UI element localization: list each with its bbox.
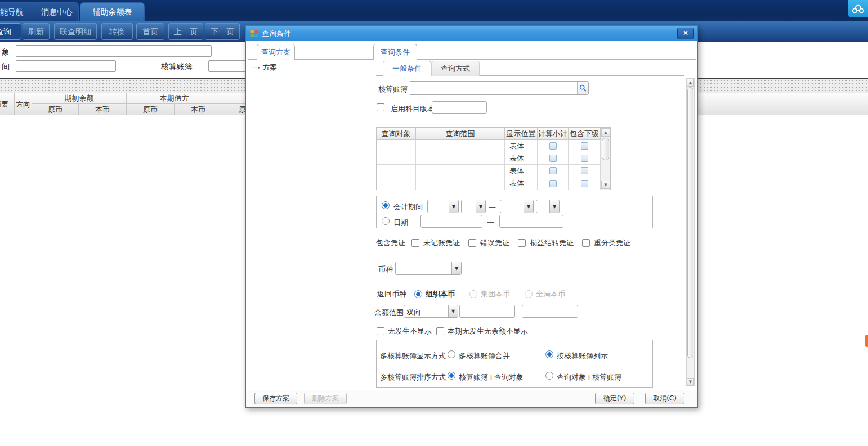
subject-version-input[interactable] (432, 101, 487, 114)
fiscal-period-radio[interactable] (382, 201, 390, 209)
grid-row-object-cell[interactable] (377, 152, 416, 165)
ledger-search-button[interactable] (577, 82, 588, 94)
object-ledger-sort-radio[interactable] (545, 372, 553, 380)
plan-tree-item[interactable]: ─ • 方案 (253, 62, 277, 73)
grid-row-position-cell[interactable]: 表体 (505, 177, 538, 190)
group-currency-radio[interactable] (469, 290, 477, 298)
balance-range-dropdown[interactable]: 双向▼ (404, 305, 458, 318)
scroll-thumb[interactable] (687, 87, 693, 358)
org-currency-radio[interactable] (414, 290, 422, 298)
no-activity-no-balance-hide-checkbox[interactable] (436, 327, 444, 335)
subtotal-checkbox[interactable] (549, 155, 557, 162)
ledger-object-sort-radio[interactable] (448, 372, 455, 380)
grid-row-range-cell[interactable] (416, 177, 505, 190)
col-debit-local-currency[interactable]: 本币 (175, 104, 222, 115)
grid-row-position-cell[interactable]: 表体 (505, 152, 538, 165)
ok-button[interactable]: 确定(Y) (595, 393, 634, 404)
grid-row-object-cell[interactable] (377, 165, 416, 177)
filter-object-label: 象 (2, 47, 10, 57)
grid-scrollbar[interactable]: ▲ ▼ (601, 128, 610, 190)
grid-row-range-cell[interactable] (416, 152, 505, 165)
date-radio[interactable] (382, 217, 390, 225)
toolbar-next-page-button[interactable]: 下一页 (205, 23, 240, 40)
enable-subject-version-checkbox[interactable] (377, 103, 384, 111)
scroll-down-arrow[interactable]: ▼ (687, 378, 694, 386)
filter-period-label: 间 (2, 62, 10, 72)
include-children-checkbox[interactable] (581, 167, 588, 174)
col-summary[interactable]: 摘要 (0, 93, 15, 115)
period-to-year-dropdown[interactable]: ▼ (500, 200, 534, 213)
tab-general-conditions[interactable]: 一般条件 (383, 61, 431, 76)
grid-row-object-cell[interactable] (377, 140, 416, 152)
no-activity-hide-label: 无发生不显示 (388, 326, 432, 336)
period-from-year-dropdown[interactable]: ▼ (427, 200, 459, 213)
col-debit-orig-currency[interactable]: 原币 (127, 104, 175, 115)
global-currency-radio[interactable] (525, 290, 533, 298)
toolbar-first-page-button[interactable]: 首页 (136, 23, 164, 40)
grid-row-range-cell[interactable] (416, 140, 505, 152)
toolbar-convert-button[interactable]: 转换 (101, 23, 133, 40)
col-group-opening-balance[interactable]: 期初余额 (32, 93, 127, 104)
grid-col-subtotal[interactable]: 计算小计 (538, 128, 569, 140)
grid-scroll-thumb[interactable] (602, 138, 609, 160)
include-children-checkbox[interactable] (581, 180, 588, 187)
period-from-period-dropdown[interactable]: ▼ (461, 200, 486, 213)
by-ledger-list-radio[interactable] (545, 350, 553, 358)
filter-object-input[interactable] (16, 45, 212, 57)
period-range-dash: — (489, 202, 496, 211)
nav-tab-message-center[interactable]: 消息中心 (35, 2, 79, 21)
include-children-checkbox[interactable] (581, 155, 588, 162)
pl-carryover-voucher-checkbox[interactable] (518, 239, 526, 247)
grid-col-display-position[interactable]: 显示位置 (505, 128, 538, 140)
toolbar-query-button[interactable]: 查询 (0, 23, 21, 40)
date-to-input[interactable] (499, 215, 563, 228)
dialog-close-button[interactable]: ✕ (677, 28, 694, 39)
subtotal-checkbox[interactable] (549, 142, 557, 150)
grid-scroll-down-arrow[interactable]: ▼ (601, 181, 610, 189)
dialog-scrollbar[interactable]: ▲ ▼ (686, 78, 695, 386)
grid-row-position-cell[interactable]: 表体 (505, 165, 538, 177)
col-direction[interactable]: 方向 (15, 93, 32, 115)
toolbar-linked-detail-button[interactable]: 联查明细 (54, 23, 97, 40)
col-opening-orig-currency[interactable]: 原币 (32, 104, 79, 115)
date-from-input[interactable] (420, 215, 482, 228)
balance-range-to-input[interactable] (522, 305, 578, 318)
cancel-button[interactable]: 取消(C) (645, 393, 684, 404)
include-children-checkbox[interactable] (581, 142, 588, 150)
subtotal-checkbox[interactable] (549, 180, 557, 187)
subtotal-checkbox[interactable] (549, 167, 557, 174)
tab-query-method[interactable]: 查询方式 (431, 61, 480, 76)
delete-plan-button[interactable]: 删除方案 (304, 393, 347, 404)
tab-query-plan[interactable]: 查询方案 (257, 44, 295, 60)
grid-scroll-up-arrow[interactable]: ▲ (601, 128, 610, 137)
balance-range-from-input[interactable] (459, 305, 515, 318)
scroll-up-arrow[interactable]: ▲ (687, 79, 694, 87)
grid-row-range-cell[interactable] (416, 165, 505, 177)
col-opening-local-currency[interactable]: 本币 (79, 104, 127, 115)
grid-row-object-cell[interactable] (377, 177, 416, 190)
search-icon (579, 84, 587, 92)
reclass-voucher-checkbox[interactable] (582, 239, 590, 247)
filter-period-input[interactable] (16, 60, 116, 72)
grid-col-include-children[interactable]: 包含下级 (569, 128, 601, 140)
grid-row-position-cell[interactable]: 表体 (505, 140, 538, 152)
nav-tab-aux-balance[interactable]: 辅助余额表 (80, 2, 145, 21)
chevron-down-icon: ▼ (451, 262, 461, 274)
ledger-search-input[interactable] (409, 82, 577, 94)
multi-ledger-merge-radio[interactable] (448, 350, 455, 358)
col-group-current-debit[interactable]: 本期借方 (127, 93, 222, 104)
no-activity-hide-checkbox[interactable] (377, 327, 384, 335)
toolbar-refresh-button[interactable]: 刷新 (23, 23, 50, 40)
grid-col-query-range[interactable]: 查询范围 (416, 128, 505, 140)
save-plan-button[interactable]: 保存方案 (254, 393, 297, 404)
edge-widget-sliver[interactable] (865, 335, 868, 347)
error-voucher-checkbox[interactable] (468, 239, 476, 247)
tab-query-condition[interactable]: 查询条件 (373, 44, 417, 60)
cloud-logo-button[interactable] (848, 0, 868, 17)
dialog-title-bar[interactable]: 查询条件 ✕ (246, 26, 697, 41)
toolbar-prev-page-button[interactable]: 上一页 (168, 23, 203, 40)
period-to-period-dropdown[interactable]: ▼ (536, 200, 560, 213)
grid-col-query-object[interactable]: 查询对象 (377, 128, 416, 140)
unposted-voucher-checkbox[interactable] (411, 239, 419, 247)
currency-dropdown[interactable]: ▼ (395, 262, 462, 275)
